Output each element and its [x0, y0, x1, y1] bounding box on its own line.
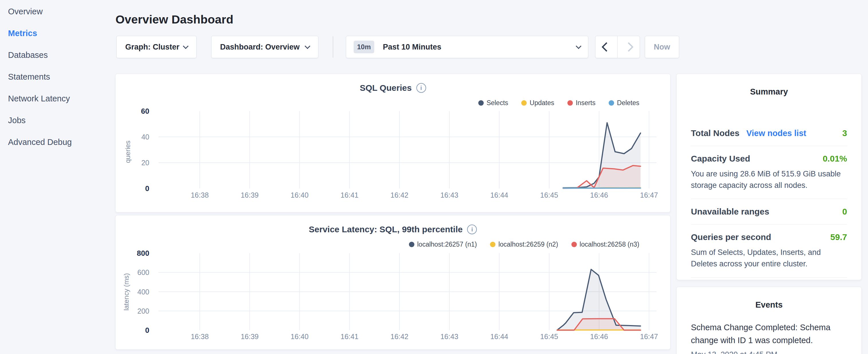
events-title: Events [677, 300, 861, 310]
summary-row-unavailable-ranges: Unavailable ranges 0 [691, 199, 847, 225]
svg-text:16:40: 16:40 [290, 332, 309, 341]
sidebar: Overview Metrics Databases Statements Ne… [0, 0, 115, 153]
event-text: Schema Change Completed: Schema change w… [691, 321, 847, 347]
summary-row-value: 3 [842, 128, 847, 138]
view-nodes-list-link[interactable]: View nodes list [746, 129, 806, 138]
svg-text:40: 40 [141, 133, 149, 141]
svg-text:400: 400 [137, 288, 149, 296]
svg-text:16:38: 16:38 [191, 332, 209, 341]
next-time-button[interactable] [618, 36, 640, 58]
chevron-down-icon [305, 43, 310, 49]
summary-panel: Summary Total Nodes View nodes list 3 Ca… [676, 74, 862, 280]
svg-text:16:44: 16:44 [490, 191, 508, 199]
events-panel: Events Schema Change Completed: Schema c… [676, 287, 862, 354]
dashboard-dropdown-label: Dashboard: Overview [220, 43, 300, 52]
sql-queries-chart-card: SQL Queries i Selects Updates Inserts De… [115, 74, 671, 213]
svg-text:16:47: 16:47 [640, 191, 658, 199]
svg-text:0: 0 [145, 184, 149, 193]
svg-text:20: 20 [141, 159, 149, 167]
summary-row-description: Sum of Selects, Updates, Inserts, and De… [691, 247, 847, 269]
time-range-label: Past 10 Minutes [383, 43, 577, 52]
chevron-left-icon [601, 42, 611, 52]
svg-text:0: 0 [145, 326, 149, 334]
summary-row-capacity-used: Capacity Used 0.01% You are using 28.6 M… [691, 146, 847, 199]
svg-text:16:42: 16:42 [391, 191, 409, 199]
time-range-badge: 10m [353, 41, 374, 53]
overview-dashboard-page: { "sidebar": { "items": [ {"label": "Ove… [0, 0, 868, 354]
chevron-right-icon [624, 42, 633, 52]
svg-text:16:39: 16:39 [241, 332, 259, 341]
svg-text:16:44: 16:44 [490, 332, 508, 341]
dashboard-dropdown[interactable]: Dashboard: Overview [211, 36, 318, 58]
service-latency-plot[interactable]: 16:3816:3916:4016:4116:4216:4316:4416:45… [116, 215, 671, 347]
svg-text:16:41: 16:41 [340, 332, 359, 341]
svg-text:600: 600 [137, 268, 149, 277]
page-title: Overview Dashboard [116, 13, 233, 26]
sidebar-item-advanced-debug[interactable]: Advanced Debug [0, 131, 115, 153]
time-range-selector[interactable]: 10m Past 10 Minutes [346, 36, 588, 58]
summary-title: Summary [677, 87, 861, 97]
svg-text:16:41: 16:41 [340, 191, 359, 199]
svg-text:60: 60 [141, 107, 149, 116]
now-button[interactable]: Now [645, 36, 679, 58]
graph-dropdown[interactable]: Graph: Cluster [116, 36, 196, 58]
svg-text:16:46: 16:46 [590, 191, 608, 199]
summary-row-label: Capacity Used [691, 154, 750, 164]
sidebar-item-databases[interactable]: Databases [0, 44, 115, 66]
sidebar-item-jobs[interactable]: Jobs [0, 109, 115, 131]
summary-row-label: Total Nodes [691, 128, 739, 138]
sidebar-item-overview[interactable]: Overview [0, 1, 115, 22]
svg-text:800: 800 [137, 249, 149, 257]
summary-row-value: 0 [842, 207, 847, 217]
summary-row-total-nodes: Total Nodes View nodes list 3 [691, 121, 847, 146]
svg-text:200: 200 [137, 307, 149, 315]
chevron-down-icon [576, 43, 582, 49]
svg-text:16:46: 16:46 [590, 332, 608, 341]
summary-row-label: Unavailable ranges [691, 207, 769, 217]
summary-row-value: 59.7 [831, 232, 847, 242]
time-nav-arrows [595, 36, 640, 58]
svg-text:16:45: 16:45 [540, 191, 558, 199]
event-timestamp: May 13, 2020 at 4:45 PM [691, 350, 847, 354]
sidebar-item-metrics[interactable]: Metrics [0, 22, 115, 44]
service-latency-chart-card: Service Latency: SQL, 99th percentile i … [115, 215, 671, 350]
svg-text:16:43: 16:43 [440, 191, 459, 199]
sidebar-item-statements[interactable]: Statements [0, 66, 115, 88]
graph-dropdown-label: Graph: Cluster [125, 43, 179, 52]
sidebar-item-network-latency[interactable]: Network Latency [0, 88, 115, 109]
svg-text:16:47: 16:47 [640, 332, 658, 341]
summary-row-description: You are using 28.6 MiB of 515.9 GiB usab… [691, 168, 847, 191]
controls-divider [333, 36, 333, 58]
svg-text:16:38: 16:38 [191, 191, 209, 199]
svg-text:16:40: 16:40 [290, 191, 309, 199]
svg-text:16:45: 16:45 [540, 332, 558, 341]
summary-row-value: 0.01% [823, 154, 847, 164]
svg-text:16:39: 16:39 [241, 191, 259, 199]
summary-row-queries-per-second: Queries per second 59.7 Sum of Selects, … [691, 225, 847, 278]
summary-row-label: Queries per second [691, 232, 771, 242]
svg-text:16:42: 16:42 [391, 332, 409, 341]
svg-text:16:43: 16:43 [440, 332, 459, 341]
prev-time-button[interactable] [595, 36, 618, 58]
chevron-down-icon [183, 43, 189, 49]
event-item[interactable]: Schema Change Completed: Schema change w… [691, 321, 847, 354]
sql-queries-plot[interactable]: 16:3816:3916:4016:4116:4216:4316:4416:45… [116, 74, 671, 206]
